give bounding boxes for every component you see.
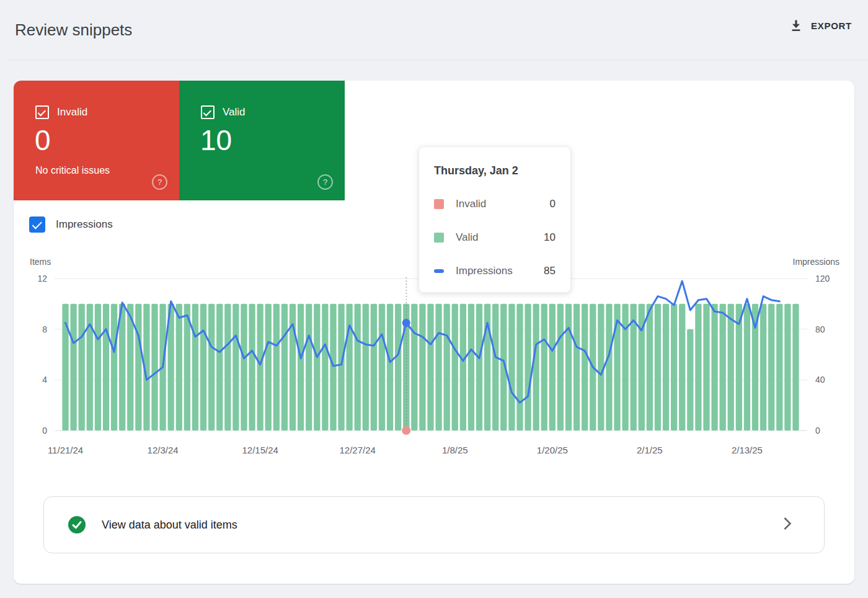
valid-bar[interactable] xyxy=(355,304,361,431)
valid-bar[interactable] xyxy=(257,304,264,431)
valid-bar[interactable] xyxy=(306,304,312,431)
valid-bar[interactable] xyxy=(363,304,369,431)
impressions-toggle[interactable]: Impressions xyxy=(29,216,113,233)
valid-bar[interactable] xyxy=(200,304,206,431)
valid-bar[interactable] xyxy=(216,304,223,431)
valid-bar[interactable] xyxy=(508,304,515,431)
valid-bar[interactable] xyxy=(679,304,685,431)
valid-checkbox[interactable] xyxy=(201,105,215,119)
valid-bar[interactable] xyxy=(703,304,709,431)
valid-bar[interactable] xyxy=(695,304,701,431)
valid-bar[interactable] xyxy=(192,304,198,431)
valid-bar[interactable] xyxy=(322,304,328,431)
valid-bar[interactable] xyxy=(419,304,425,431)
valid-bar[interactable] xyxy=(111,304,117,431)
valid-bar[interactable] xyxy=(281,304,288,431)
valid-bar[interactable] xyxy=(371,304,377,431)
valid-bar[interactable] xyxy=(338,304,344,431)
x-tick: 2/13/25 xyxy=(732,445,763,455)
valid-bar[interactable] xyxy=(622,304,628,431)
valid-bar[interactable] xyxy=(241,304,247,431)
valid-bar[interactable] xyxy=(70,304,76,431)
valid-bar[interactable] xyxy=(776,304,782,431)
valid-bar[interactable] xyxy=(119,304,125,431)
valid-bar[interactable] xyxy=(208,304,215,431)
valid-bar[interactable] xyxy=(557,304,564,431)
x-tick: 12/15/24 xyxy=(242,445,278,455)
valid-bar[interactable] xyxy=(687,329,693,431)
valid-bar[interactable] xyxy=(330,304,336,431)
valid-bar[interactable] xyxy=(784,304,790,431)
valid-bar[interactable] xyxy=(298,304,304,431)
valid-bar[interactable] xyxy=(87,304,93,431)
help-icon[interactable]: ? xyxy=(317,174,333,190)
valid-bar[interactable] xyxy=(549,304,556,431)
valid-bar[interactable] xyxy=(606,304,612,431)
valid-bar[interactable] xyxy=(79,304,85,431)
valid-bar[interactable] xyxy=(720,304,726,431)
valid-bar[interactable] xyxy=(435,304,441,431)
view-data-row[interactable]: View data about valid items xyxy=(43,496,825,553)
valid-bar[interactable] xyxy=(574,304,580,431)
valid-bar[interactable] xyxy=(533,304,539,431)
valid-bar[interactable] xyxy=(728,304,734,431)
valid-bar[interactable] xyxy=(103,304,109,431)
tooltip-label: Valid xyxy=(456,231,544,244)
valid-bar[interactable] xyxy=(395,304,401,431)
valid-bar[interactable] xyxy=(176,304,182,431)
valid-summary-card[interactable]: Valid 10 ? xyxy=(179,81,345,200)
valid-bar[interactable] xyxy=(582,304,588,431)
valid-bar[interactable] xyxy=(711,304,717,431)
help-icon[interactable]: ? xyxy=(152,174,167,190)
valid-bar[interactable] xyxy=(671,304,677,431)
valid-bar[interactable] xyxy=(541,304,547,431)
valid-bar[interactable] xyxy=(427,304,433,431)
header-divider xyxy=(8,60,868,60)
valid-bar[interactable] xyxy=(525,304,531,431)
export-button[interactable]: EXPORT xyxy=(789,19,852,32)
chart-svg[interactable] xyxy=(55,276,808,440)
valid-bar[interactable] xyxy=(232,304,239,431)
valid-bar[interactable] xyxy=(224,304,231,431)
valid-bar[interactable] xyxy=(265,304,272,431)
valid-bar[interactable] xyxy=(792,304,799,431)
valid-bar[interactable] xyxy=(346,304,352,431)
y-tick-right: 80 xyxy=(815,323,846,336)
tooltip-label: Impressions xyxy=(456,265,544,277)
valid-bar[interactable] xyxy=(647,304,653,431)
tooltip-row-impressions: Impressions 85 xyxy=(434,262,556,280)
valid-bar[interactable] xyxy=(379,304,385,431)
valid-bar[interactable] xyxy=(516,304,523,431)
valid-bar[interactable] xyxy=(95,304,101,431)
valid-bar[interactable] xyxy=(249,304,255,431)
valid-bar[interactable] xyxy=(411,304,417,431)
valid-bar[interactable] xyxy=(273,304,280,431)
valid-bar[interactable] xyxy=(290,304,296,431)
valid-bar[interactable] xyxy=(151,304,157,431)
valid-bar[interactable] xyxy=(468,304,474,431)
valid-bar[interactable] xyxy=(744,304,750,431)
impressions-checkbox[interactable] xyxy=(29,216,45,233)
valid-bar[interactable] xyxy=(452,304,458,431)
y-tick-right: 120 xyxy=(815,272,846,285)
invalid-summary-card[interactable]: Invalid 0 No critical issues ? xyxy=(14,81,179,200)
valid-bar[interactable] xyxy=(768,304,774,431)
valid-bar[interactable] xyxy=(387,304,393,431)
tooltip-label: Invalid xyxy=(456,198,550,210)
valid-bar[interactable] xyxy=(492,304,498,431)
valid-bar[interactable] xyxy=(655,304,661,431)
valid-bar[interactable] xyxy=(314,304,320,431)
chart-tooltip: Thursday, Jan 2 Invalid 0 Valid 10 Impre… xyxy=(418,146,571,293)
valid-bar[interactable] xyxy=(760,304,766,431)
valid-bar[interactable] xyxy=(135,304,141,431)
impressions-swatch xyxy=(434,269,444,273)
valid-bar[interactable] xyxy=(476,304,482,431)
tooltip-value: 10 xyxy=(544,231,556,244)
valid-bar[interactable] xyxy=(565,304,572,431)
valid-bar[interactable] xyxy=(444,304,450,431)
y-tick-left: 0 xyxy=(22,424,47,437)
invalid-checkbox[interactable] xyxy=(35,105,49,119)
valid-bar[interactable] xyxy=(460,304,466,431)
valid-bar[interactable] xyxy=(663,304,669,431)
x-tick: 2/1/25 xyxy=(637,445,663,455)
